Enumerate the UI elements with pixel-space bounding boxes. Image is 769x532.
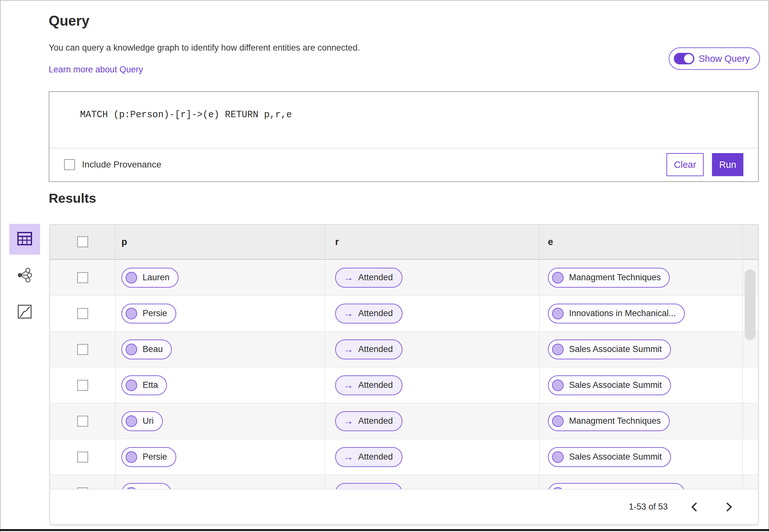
relation-label: Attended	[358, 416, 393, 426]
entity-pill[interactable]: Sales Associate Summit	[548, 340, 671, 359]
entity-node-icon	[126, 451, 137, 463]
entity-node-icon	[552, 308, 564, 319]
query-description: You can query a knowledge graph to ident…	[49, 43, 360, 53]
entity-label: Beau	[143, 344, 163, 354]
arrow-right-icon	[343, 273, 353, 282]
next-page-button[interactable]	[722, 500, 736, 514]
query-actions-bar: Include Provenance Clear Run	[49, 148, 758, 181]
chart-view-icon	[17, 304, 32, 320]
table-row: Larry Attended Innovations in Mechanical…	[50, 475, 758, 489]
entity-pill[interactable]: Innovations in Mechanical...	[548, 304, 685, 323]
arrow-right-icon	[343, 308, 353, 318]
clear-button[interactable]: Clear	[667, 153, 704, 176]
entity-pill[interactable]: Larry	[121, 483, 171, 489]
table-body: Lauren Attended Managment Techniques Per…	[50, 260, 758, 489]
pagination-range: 1-53 of 53	[629, 502, 668, 512]
previous-page-button[interactable]	[688, 500, 702, 514]
entity-pill[interactable]: Managment Techniques	[548, 411, 670, 431]
relation-pill[interactable]: Attended	[335, 340, 403, 359]
run-button[interactable]: Run	[712, 153, 743, 176]
query-text: MATCH (p:Person)-[r]->(e) RETURN p,r,e	[80, 110, 292, 120]
relation-pill[interactable]: Attended	[335, 304, 403, 323]
show-query-toggle[interactable]: Show Query	[669, 47, 760, 70]
row-checkbox[interactable]	[77, 272, 88, 283]
relation-pill[interactable]: Attended	[335, 483, 403, 489]
select-all-checkbox[interactable]	[77, 236, 88, 247]
graph-view-icon	[17, 268, 33, 284]
table-header-row: p r e	[50, 225, 758, 260]
entity-label: Sales Associate Summit	[569, 344, 662, 354]
show-query-label: Show Query	[699, 53, 750, 64]
relation-pill[interactable]: Attended	[335, 411, 403, 431]
table-row: Persie Attended Innovations in Mechanica…	[50, 296, 758, 331]
entity-pill[interactable]: Uri	[121, 411, 163, 431]
vertical-scrollbar[interactable]	[742, 225, 758, 489]
entity-pill[interactable]: Persie	[121, 304, 176, 323]
relation-label: Attended	[358, 380, 393, 390]
entity-label: Managment Techniques	[569, 273, 661, 282]
row-checkbox[interactable]	[77, 452, 88, 462]
entity-node-icon	[552, 451, 564, 463]
entity-node-icon	[126, 344, 137, 355]
chevron-left-icon	[691, 502, 700, 511]
relation-pill[interactable]: Attended	[335, 447, 403, 467]
entity-pill[interactable]: Etta	[121, 375, 167, 395]
page-title: Query	[49, 13, 89, 29]
chevron-right-icon	[723, 502, 732, 511]
results-table-panel: p r e Lauren Attended Managment Techniqu…	[50, 224, 758, 525]
arrow-right-icon	[343, 344, 353, 354]
entity-pill[interactable]: Managment Techniques	[548, 268, 670, 288]
learn-more-link[interactable]: Learn more about Query	[49, 65, 143, 75]
column-header-p[interactable]: p	[121, 237, 127, 247]
entity-pill[interactable]: Lauren	[121, 268, 178, 288]
entity-label: Persie	[143, 452, 167, 462]
entity-node-icon	[126, 380, 137, 391]
entity-pill[interactable]: Sales Associate Summit	[548, 447, 671, 467]
entity-pill[interactable]: Innovations in Mechanical...	[548, 483, 685, 489]
toggle-knob	[684, 54, 693, 63]
entity-node-icon	[552, 344, 564, 355]
row-checkbox[interactable]	[77, 380, 88, 391]
entity-label: Lauren	[143, 273, 169, 282]
entity-pill[interactable]: Sales Associate Summit	[548, 375, 671, 395]
entity-node-icon	[552, 380, 564, 391]
column-header-r[interactable]: r	[335, 237, 339, 247]
query-editor-panel: MATCH (p:Person)-[r]->(e) RETURN p,r,e I…	[49, 91, 759, 182]
query-input[interactable]: MATCH (p:Person)-[r]->(e) RETURN p,r,e	[49, 92, 758, 148]
relation-pill[interactable]: Attended	[335, 375, 403, 395]
column-header-e[interactable]: e	[548, 237, 553, 247]
scrollbar-thumb[interactable]	[745, 269, 756, 340]
resize-grip-icon[interactable]	[749, 139, 757, 147]
include-provenance-label: Include Provenance	[82, 160, 161, 170]
row-checkbox[interactable]	[77, 308, 88, 319]
pagination-bar: 1-53 of 53	[50, 489, 758, 524]
entity-label: Uri	[143, 416, 154, 426]
entity-label: Etta	[143, 380, 158, 390]
entity-pill[interactable]: Persie	[121, 447, 176, 467]
entity-node-icon	[552, 272, 564, 283]
entity-label: Persie	[143, 308, 167, 318]
relation-label: Attended	[358, 344, 393, 354]
results-view-switcher	[9, 224, 40, 328]
table-view-button[interactable]	[9, 224, 40, 255]
relation-label: Attended	[358, 452, 393, 462]
table-row: Lauren Attended Managment Techniques	[50, 260, 758, 296]
include-provenance-option[interactable]: Include Provenance	[64, 159, 161, 170]
graph-view-button[interactable]	[9, 260, 40, 291]
arrow-right-icon	[343, 380, 353, 390]
entity-pill[interactable]: Beau	[121, 340, 172, 359]
arrow-right-icon	[343, 452, 353, 462]
row-checkbox[interactable]	[77, 344, 88, 355]
include-provenance-checkbox[interactable]	[64, 159, 75, 170]
relation-pill[interactable]: Attended	[335, 268, 403, 288]
table-row: Uri Attended Managment Techniques	[50, 403, 758, 439]
toggle-on-icon[interactable]	[674, 53, 694, 64]
chart-view-button[interactable]	[9, 297, 40, 328]
entity-label: Innovations in Mechanical...	[569, 308, 676, 318]
entity-node-icon	[126, 308, 137, 319]
row-checkbox[interactable]	[77, 416, 88, 427]
results-title: Results	[49, 191, 96, 206]
relation-label: Attended	[358, 273, 393, 282]
entity-node-icon	[552, 415, 564, 427]
table-row: Etta Attended Sales Associate Summit	[50, 367, 758, 403]
